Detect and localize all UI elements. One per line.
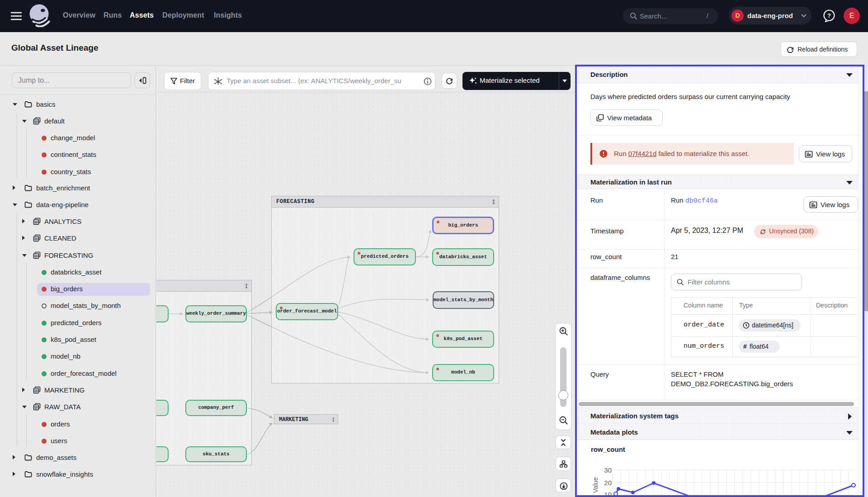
svg-text:10: 10	[604, 491, 612, 495]
svg-text:?: ?	[827, 12, 831, 19]
svg-text:Value: Value	[592, 477, 599, 493]
svg-text:30: 30	[604, 466, 612, 474]
svg-text:20: 20	[604, 479, 612, 487]
